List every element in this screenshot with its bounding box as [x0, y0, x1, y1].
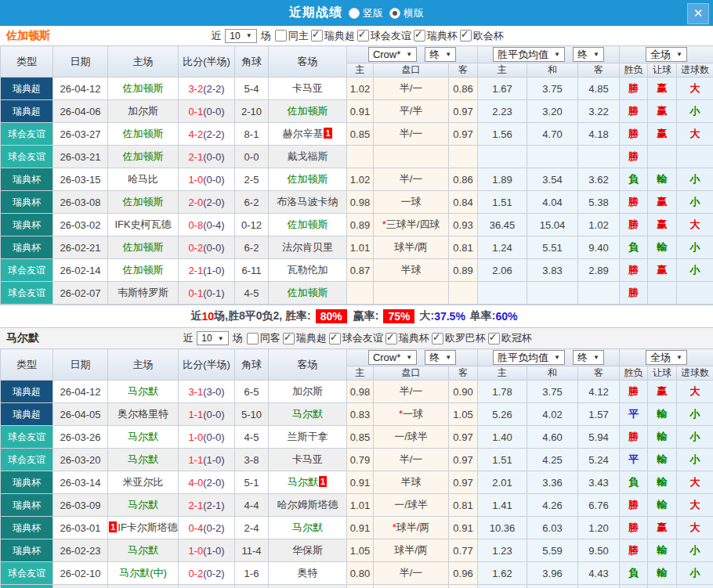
- away-team-cell: 卡马亚: [269, 449, 347, 471]
- team-name[interactable]: 佐加顿斯: [123, 196, 164, 207]
- filter-checkbox-瑞典杯[interactable]: 瑞典杯: [385, 331, 429, 345]
- checkbox-icon[interactable]: [385, 333, 397, 345]
- sub-column-header: 客: [578, 366, 620, 381]
- avg-away-cell: 3.43: [578, 471, 620, 494]
- match-count-select[interactable]: 10▼: [197, 331, 228, 345]
- team-name[interactable]: 马尔默: [128, 431, 158, 442]
- filter-checkbox-瑞典超[interactable]: 瑞典超: [283, 331, 327, 345]
- final-odds-select[interactable]: 终▼: [573, 47, 604, 62]
- team-name[interactable]: 佐加顿斯: [123, 82, 164, 94]
- fulltime-score: 3-2: [188, 83, 203, 95]
- filter-checkbox-瑞典杯[interactable]: 瑞典杯: [414, 29, 458, 43]
- team-name[interactable]: 卡马亚: [292, 82, 323, 94]
- filter-checkbox-瑞典超[interactable]: 瑞典超: [311, 29, 355, 43]
- team-name[interactable]: 卡马亚: [292, 453, 323, 465]
- odds-company-select[interactable]: Crow*▼: [368, 350, 417, 365]
- checkbox-icon[interactable]: [329, 333, 341, 345]
- checkbox-icon[interactable]: [460, 30, 472, 41]
- team-name[interactable]: 佐加顿斯: [288, 218, 328, 230]
- match-row: 瑞典杯26-02-23马尔默1-0(1-0)11-4华保斯1.05球半/两0.7…: [1, 539, 713, 562]
- radio-button-selected-icon[interactable]: [389, 8, 400, 19]
- team-name[interactable]: 佐加顿斯: [288, 173, 328, 185]
- team-name[interactable]: 加尔斯: [128, 105, 158, 117]
- team-name[interactable]: 马尔默: [128, 544, 158, 556]
- filters: 近10▼场同主瑞典超球会友谊瑞典杯欧会杯: [209, 29, 503, 43]
- radio-button-icon[interactable]: [349, 8, 360, 19]
- team-name[interactable]: 马尔默: [292, 408, 323, 420]
- team-name[interactable]: 佐加顿斯: [123, 264, 164, 276]
- filter-checkbox-同客[interactable]: 同客: [247, 331, 280, 345]
- handicap-line-cell: [374, 146, 449, 168]
- team-name[interactable]: 加尔斯: [292, 385, 323, 397]
- team-name[interactable]: 瓦勒伦加: [288, 264, 328, 276]
- team-name[interactable]: 马尔默: [292, 521, 323, 533]
- checkbox-icon[interactable]: [275, 30, 287, 41]
- handicap-line-cell: 半/一: [374, 381, 449, 403]
- team-name[interactable]: 马尔默: [128, 385, 158, 397]
- team-name[interactable]: 哈尔姆斯塔德: [277, 499, 338, 510]
- final-odds-select[interactable]: 终▼: [425, 47, 456, 62]
- team-name[interactable]: 马尔默: [288, 476, 318, 488]
- filter-checkbox-球会友谊[interactable]: 球会友谊: [329, 331, 383, 345]
- match-count-select[interactable]: 10▼: [225, 29, 256, 43]
- final-odds-select[interactable]: 终▼: [425, 350, 456, 365]
- checkbox-icon[interactable]: [311, 30, 323, 41]
- team-name[interactable]: 奥特: [298, 567, 318, 579]
- checkbox-icon[interactable]: [247, 333, 259, 345]
- handicap-result-cell: 赢: [648, 78, 677, 100]
- filter-checkbox-同主[interactable]: 同主: [275, 29, 309, 43]
- result-cell: 平: [620, 403, 648, 426]
- checkbox-icon[interactable]: [357, 30, 369, 41]
- team-name[interactable]: 马尔默: [128, 499, 158, 510]
- column-header: 类型: [1, 349, 53, 381]
- checkbox-icon[interactable]: [432, 333, 443, 345]
- scope-select[interactable]: 全场▼: [646, 350, 687, 365]
- team-name[interactable]: 佐加顿斯: [123, 241, 164, 253]
- team-name[interactable]: 戴戈福斯: [288, 150, 328, 162]
- header-dropdown-group: Crow*▼终▼: [347, 349, 478, 366]
- radio-horizontal-layout[interactable]: 横版: [389, 6, 424, 20]
- team-name[interactable]: 马尔默(中): [119, 567, 167, 579]
- result-cell: 負: [620, 585, 648, 588]
- fulltime-score: 0-2: [188, 242, 203, 254]
- avg-odds-select[interactable]: 胜平负均值▼: [493, 350, 565, 365]
- avg-draw-cell: 3.54: [527, 168, 578, 191]
- handicap-line-cell: 一球: [374, 191, 449, 214]
- filter-checkbox-欧罗巴杯[interactable]: 欧罗巴杯: [432, 331, 486, 345]
- team-name[interactable]: 米亚尔比: [123, 476, 164, 488]
- checkbox-icon[interactable]: [414, 30, 425, 41]
- team-name[interactable]: 奥尔格里特: [118, 408, 168, 420]
- team-name[interactable]: 赫尔辛基: [282, 128, 323, 139]
- league-type-cell: 瑞典杯: [1, 517, 53, 539]
- checkbox-icon[interactable]: [283, 333, 295, 345]
- odds-company-select[interactable]: Crow*▼: [368, 47, 417, 62]
- radio-vertical-layout[interactable]: 竖版: [349, 6, 383, 20]
- away-odds-cell: 0.97: [449, 426, 478, 449]
- avg-odds-select[interactable]: 胜平负均值▼: [493, 47, 565, 62]
- team-name[interactable]: 佐加顿斯: [288, 287, 328, 298]
- team-name[interactable]: 布洛马波卡纳: [277, 196, 338, 207]
- corner-cell: 2-4: [235, 517, 269, 539]
- team-name[interactable]: 法尔肯贝里: [282, 241, 333, 253]
- team-name[interactable]: 佐加顿斯: [288, 105, 328, 117]
- league-type-cell: 球会友谊: [1, 123, 53, 146]
- team-name[interactable]: 华保斯: [292, 544, 323, 556]
- checkbox-icon[interactable]: [488, 333, 500, 345]
- handicap-result-cell: 赢: [648, 517, 677, 539]
- team-name[interactable]: 佐加顿斯: [123, 150, 164, 162]
- team-name[interactable]: 哈马比: [128, 173, 158, 185]
- filter-checkbox-欧冠杯[interactable]: 欧冠杯: [488, 331, 532, 345]
- close-button[interactable]: ✕: [687, 3, 709, 24]
- scope-select[interactable]: 全场▼: [646, 47, 687, 62]
- filter-checkbox-欧会杯[interactable]: 欧会杯: [460, 29, 504, 43]
- team-name[interactable]: 韦斯特罗斯: [118, 287, 168, 298]
- team-name[interactable]: 兰斯干拿: [288, 431, 328, 442]
- away-odds-cell: 0.73: [449, 585, 478, 588]
- filter-checkbox-球会友谊[interactable]: 球会友谊: [357, 29, 411, 43]
- team-name[interactable]: 马尔默: [128, 453, 158, 465]
- final-odds-select[interactable]: 终▼: [573, 350, 604, 365]
- team-name[interactable]: IF卡尔斯塔德: [118, 521, 178, 533]
- dropdown-value: 终: [429, 351, 440, 365]
- team-name[interactable]: 佐加顿斯: [123, 128, 164, 139]
- team-name[interactable]: IFK史柯瓦德: [114, 218, 171, 230]
